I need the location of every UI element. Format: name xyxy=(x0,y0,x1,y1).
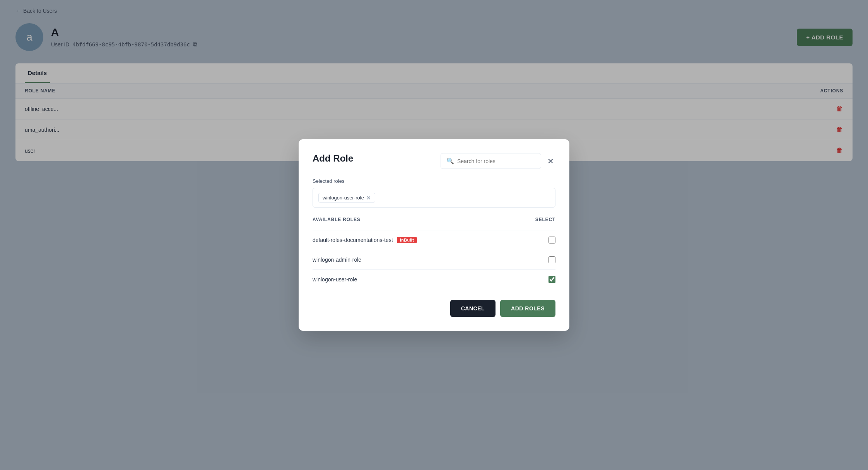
available-roles-header: AVAILABLE ROLES SELECT xyxy=(313,217,555,227)
role-checkbox[interactable] xyxy=(548,237,555,244)
search-icon: 🔍 xyxy=(446,157,454,165)
checkbox-cell xyxy=(548,276,555,283)
role-tag-label: winlogon-user-role xyxy=(323,195,364,201)
modal-header-right: 🔍 ✕ xyxy=(441,153,555,169)
role-tag: winlogon-user-role ✕ xyxy=(318,193,375,203)
modal-footer: CANCEL ADD ROLES xyxy=(313,300,555,317)
modal-header: Add Role 🔍 ✕ xyxy=(313,153,555,169)
close-modal-button[interactable]: ✕ xyxy=(546,155,555,167)
role-list: default-roles-documentations-test InBuil… xyxy=(313,230,555,289)
role-checkbox[interactable] xyxy=(548,276,555,283)
add-roles-button[interactable]: ADD ROLES xyxy=(500,300,555,317)
role-tag-remove[interactable]: ✕ xyxy=(366,195,371,201)
checkbox-cell xyxy=(548,256,555,263)
list-item: default-roles-documentations-test InBuil… xyxy=(313,230,555,250)
role-item-name: default-roles-documentations-test InBuil… xyxy=(313,237,417,243)
checkbox-cell xyxy=(548,237,555,244)
role-name: winlogon-admin-role xyxy=(313,257,361,263)
selected-roles-container: winlogon-user-role ✕ xyxy=(313,188,555,208)
role-item-name: winlogon-user-role xyxy=(313,276,357,283)
role-checkbox[interactable] xyxy=(548,256,555,263)
select-col-label: SELECT xyxy=(535,217,555,222)
list-item: winlogon-user-role xyxy=(313,269,555,289)
available-roles-title: AVAILABLE ROLES xyxy=(313,217,361,222)
role-name: default-roles-documentations-test xyxy=(313,237,393,243)
role-item-name: winlogon-admin-role xyxy=(313,257,361,263)
role-name: winlogon-user-role xyxy=(313,276,357,283)
selected-roles-label: Selected roles xyxy=(313,178,555,184)
list-item: winlogon-admin-role xyxy=(313,250,555,269)
inbuilt-badge: InBuilt xyxy=(397,237,417,243)
add-role-modal: Add Role 🔍 ✕ Selected roles winlogon-use… xyxy=(299,139,569,331)
cancel-button[interactable]: CANCEL xyxy=(450,300,496,317)
modal-overlay: Add Role 🔍 ✕ Selected roles winlogon-use… xyxy=(0,0,868,470)
search-input[interactable] xyxy=(457,158,535,164)
search-box: 🔍 xyxy=(441,153,541,169)
modal-title: Add Role xyxy=(313,153,353,164)
